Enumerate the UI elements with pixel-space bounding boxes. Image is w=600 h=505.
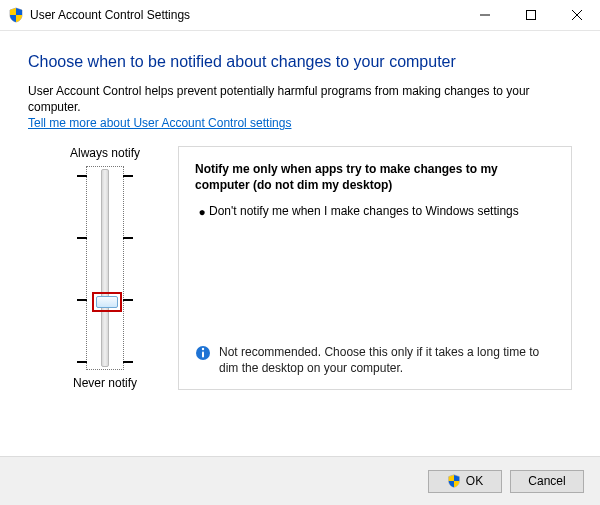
slider-thumb-highlight: [92, 292, 122, 312]
content-area: Choose when to be notified about changes…: [0, 31, 600, 390]
page-description: User Account Control helps prevent poten…: [28, 83, 572, 132]
slider-thumb[interactable]: [96, 296, 118, 308]
help-link[interactable]: Tell me more about User Account Control …: [28, 116, 291, 130]
minimize-button[interactable]: [462, 0, 508, 30]
level-info-panel: Notify me only when apps try to make cha…: [178, 146, 572, 390]
cancel-button[interactable]: Cancel: [510, 470, 584, 493]
notify-slider-column: Always notify Never notify: [50, 146, 160, 390]
maximize-button[interactable]: [508, 0, 554, 30]
window-title: User Account Control Settings: [30, 8, 190, 22]
level-recommendation: Not recommended. Choose this only if it …: [195, 344, 555, 376]
level-detail-item: ● Don't notify me when I make changes to…: [195, 203, 555, 220]
notify-slider[interactable]: [86, 166, 124, 370]
info-icon: [195, 345, 211, 361]
ok-button[interactable]: OK: [428, 470, 502, 493]
titlebar: User Account Control Settings: [0, 0, 600, 31]
uac-shield-icon: [8, 7, 24, 23]
ok-button-label: OK: [466, 474, 483, 488]
uac-shield-icon: [447, 474, 461, 488]
page-description-text: User Account Control helps prevent poten…: [28, 84, 530, 114]
svg-rect-5: [202, 352, 204, 358]
main-area: Always notify Never notify Notify me onl…: [28, 146, 572, 390]
footer: OK Cancel: [0, 456, 600, 505]
svg-rect-1: [527, 11, 536, 20]
slider-top-label: Always notify: [70, 146, 140, 160]
level-heading: Notify me only when apps try to make cha…: [195, 161, 555, 193]
window-controls: [462, 0, 600, 30]
slider-bottom-label: Never notify: [73, 376, 137, 390]
bullet-icon: ●: [195, 203, 209, 220]
svg-point-6: [202, 348, 204, 350]
level-detail-text: Don't notify me when I make changes to W…: [209, 203, 519, 220]
level-recommendation-text: Not recommended. Choose this only if it …: [219, 344, 555, 376]
close-button[interactable]: [554, 0, 600, 30]
page-heading: Choose when to be notified about changes…: [28, 53, 572, 71]
slider-track: [101, 169, 109, 367]
cancel-button-label: Cancel: [528, 474, 565, 488]
